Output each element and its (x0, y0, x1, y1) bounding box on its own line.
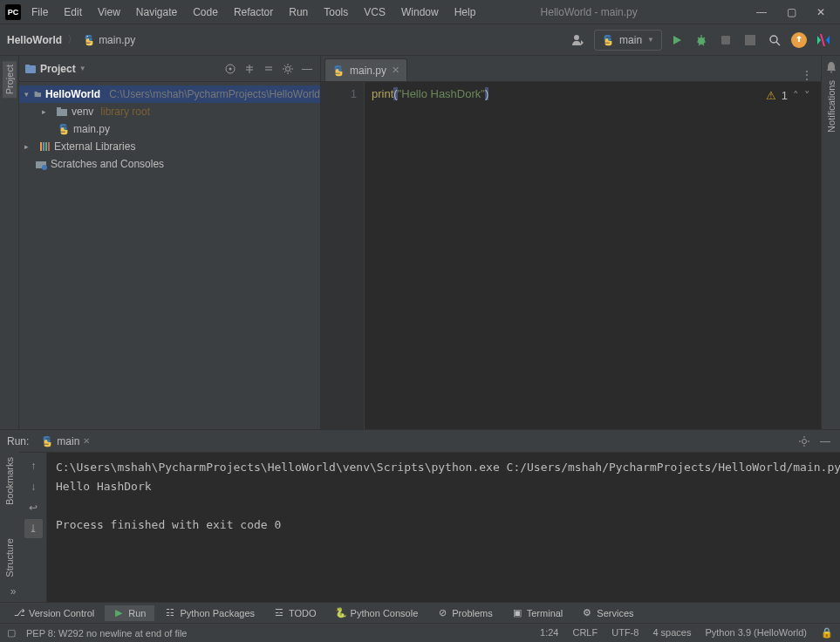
menu-refactor[interactable]: Refactor (227, 3, 280, 22)
hide-panel-icon[interactable]: — (817, 434, 833, 449)
python-file-icon (332, 65, 345, 77)
terminal-icon: ▣ (512, 608, 522, 618)
collapse-all-icon[interactable] (261, 61, 277, 77)
expand-all-icon[interactable] (242, 61, 257, 77)
svg-rect-19 (45, 142, 47, 151)
menu-view[interactable]: View (91, 3, 127, 22)
sidebar-tab-project[interactable]: Project (3, 61, 17, 98)
sidebar-tab-notifications[interactable]: Notifications (824, 77, 838, 136)
warning-icon[interactable]: ⚠ (766, 87, 776, 105)
bottom-tab-problems[interactable]: ⊘Problems (428, 605, 501, 621)
status-indent[interactable]: 4 spaces (652, 627, 691, 639)
packages-icon: ☷ (165, 608, 175, 618)
scroll-end-icon[interactable]: ⤓ (24, 519, 44, 538)
scratches-icon (35, 158, 47, 170)
soft-wrap-icon[interactable]: ↩ (24, 498, 44, 517)
branch-icon: ⎇ (14, 608, 24, 618)
gear-icon[interactable] (280, 61, 296, 77)
status-tool-window-icon[interactable]: ▢ (7, 627, 16, 639)
select-opened-icon[interactable] (222, 61, 238, 77)
close-tab-icon[interactable]: ✕ (392, 65, 400, 76)
run-console-output[interactable]: C:\Users\mshah\PycharmProjects\HelloWorl… (47, 453, 840, 602)
menu-code[interactable]: Code (186, 3, 225, 22)
lock-icon[interactable]: 🔒 (821, 627, 833, 639)
editor-tab-mainpy[interactable]: main.py ✕ (324, 58, 407, 81)
tree-external-libs[interactable]: ▸ External Libraries (19, 138, 320, 155)
bottom-tab-run[interactable]: ▶Run (105, 605, 154, 621)
maximize-button[interactable]: ▢ (777, 3, 805, 21)
menu-window[interactable]: Window (394, 3, 446, 22)
down-arrow-icon[interactable]: ↓ (24, 477, 44, 496)
status-line-sep[interactable]: CRLF (572, 627, 598, 639)
status-interpreter[interactable]: Python 3.9 (HelloWorld) (705, 627, 807, 639)
bottom-tab-todo[interactable]: ☲TODO (265, 605, 325, 621)
user-icon[interactable] (568, 30, 589, 51)
close-button[interactable]: ✕ (807, 3, 835, 21)
menu-tools[interactable]: Tools (317, 3, 355, 22)
libraries-icon (38, 140, 51, 153)
python-file-icon (83, 34, 95, 46)
hide-panel-icon[interactable]: — (299, 61, 315, 77)
sidebar-tab-bookmarks[interactable]: Bookmarks (3, 454, 17, 509)
python-icon (41, 435, 53, 447)
prev-problem-icon[interactable]: ˄ (793, 87, 799, 105)
run-button[interactable] (667, 31, 686, 50)
todo-icon: ☲ (274, 608, 284, 618)
bottom-tab-terminal[interactable]: ▣Terminal (503, 605, 572, 621)
svg-rect-8 (25, 65, 36, 73)
code-with-me-icon[interactable] (814, 31, 833, 50)
folder-icon (34, 88, 42, 100)
menu-file[interactable]: File (24, 3, 55, 22)
tree-mainpy[interactable]: main.py (19, 120, 320, 138)
notification-bell-icon[interactable] (825, 61, 837, 73)
stop-button[interactable] (741, 31, 760, 50)
svg-rect-14 (35, 92, 38, 93)
chevron-down-icon: ▼ (647, 36, 654, 44)
gear-icon[interactable] (796, 434, 812, 449)
menu-navigate[interactable]: Navigate (129, 3, 184, 22)
bottom-tab-vcs[interactable]: ⎇Version Control (5, 605, 103, 621)
svg-point-1 (90, 43, 91, 44)
svg-point-22 (42, 165, 47, 170)
window-title: HelloWorld - main.py (486, 6, 744, 18)
menu-run[interactable]: Run (282, 3, 315, 22)
search-icon[interactable] (765, 31, 784, 50)
code-editor[interactable]: print("Hello HashDork") ⚠ 1 ˄ ˅ (365, 82, 821, 429)
menu-edit[interactable]: Edit (57, 3, 89, 22)
up-arrow-icon[interactable]: ↑ (24, 456, 44, 475)
svg-rect-18 (43, 142, 44, 151)
bottom-tab-pyconsole[interactable]: 🐍Python Console (327, 605, 427, 621)
problems-icon: ⊘ (437, 608, 447, 618)
next-problem-icon[interactable]: ˅ (804, 87, 810, 105)
menu-help[interactable]: Help (447, 3, 483, 22)
bottom-tab-services[interactable]: ⚙Services (573, 605, 642, 621)
editor-more-icon[interactable]: ⋮ (793, 69, 821, 81)
close-icon[interactable]: ✕ (83, 436, 90, 446)
tree-root[interactable]: ▾ HelloWorld C:\Users\mshah\PycharmProje… (19, 85, 320, 103)
sync-icon[interactable] (789, 31, 809, 50)
tree-venv[interactable]: ▸ venv library root (19, 103, 320, 120)
breadcrumb-file[interactable]: main.py (83, 34, 135, 46)
run-config-selector[interactable]: main ▼ (594, 30, 662, 51)
svg-rect-17 (40, 142, 42, 151)
more-icon[interactable]: » (3, 582, 23, 601)
play-icon: ▶ (113, 608, 124, 618)
svg-point-2 (574, 35, 579, 40)
svg-point-6 (770, 36, 777, 43)
tree-scratches[interactable]: Scratches and Consoles (19, 155, 320, 173)
menu-vcs[interactable]: VCS (357, 3, 393, 22)
status-encoding[interactable]: UTF-8 (611, 627, 639, 639)
svg-point-23 (830, 72, 832, 73)
bottom-tab-pypackages[interactable]: ☷Python Packages (156, 605, 263, 621)
svg-point-12 (286, 66, 290, 71)
sidebar-tab-structure[interactable]: Structure (3, 535, 17, 581)
python-icon: 🐍 (336, 608, 346, 618)
run-coverage-button[interactable] (716, 31, 735, 50)
breadcrumb-project[interactable]: HelloWorld (7, 34, 62, 46)
project-panel-title[interactable]: Project ▼ (24, 63, 86, 75)
debug-button[interactable] (692, 31, 711, 50)
svg-point-24 (802, 439, 807, 443)
minimize-button[interactable]: — (748, 3, 775, 21)
status-caret-pos[interactable]: 1:24 (540, 627, 558, 639)
run-tab-main[interactable]: main ✕ (36, 434, 95, 449)
